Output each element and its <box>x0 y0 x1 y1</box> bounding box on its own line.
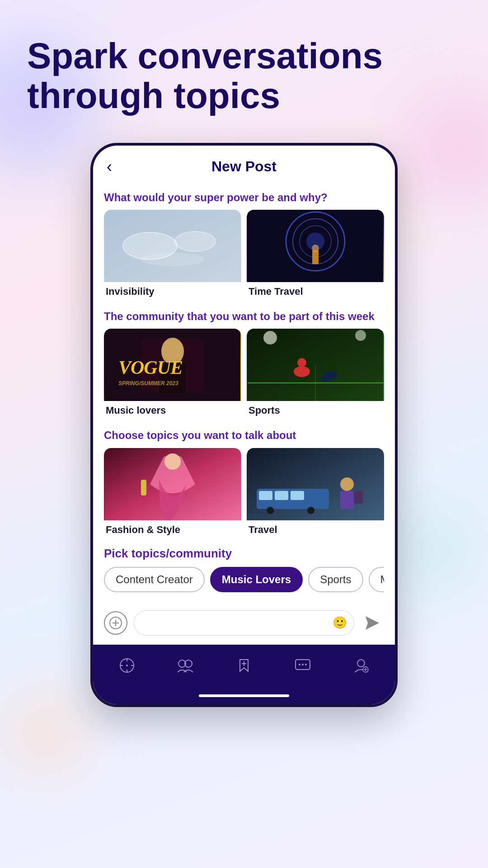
invisibility-svg <box>104 210 241 282</box>
plus-icon <box>109 617 122 629</box>
card-travel[interactable]: Travel <box>247 448 384 539</box>
svg-rect-32 <box>291 491 304 500</box>
svg-point-53 <box>299 664 300 665</box>
community-icon <box>177 658 194 673</box>
nav-messages[interactable] <box>291 654 314 677</box>
svg-point-3 <box>141 253 204 266</box>
label-musiclovers: Music lovers <box>104 401 241 420</box>
message-input-wrapper: 🙂 <box>134 610 354 636</box>
explore-icon <box>119 658 135 673</box>
fashion-svg <box>104 448 241 520</box>
musiclovers-svg: VOGUE SPRING/SUMMER 2023 <box>104 329 241 401</box>
timetravel-svg <box>247 210 384 282</box>
nav-explore[interactable] <box>115 654 139 677</box>
section-title-community: The community that you want to be part o… <box>104 309 384 323</box>
input-row: 🙂 <box>104 603 384 645</box>
svg-point-10 <box>306 232 324 250</box>
svg-rect-30 <box>259 491 272 500</box>
svg-point-43 <box>126 665 128 666</box>
img-sports <box>247 329 384 401</box>
emoji-button[interactable]: 🙂 <box>333 616 347 630</box>
phone-header: ‹ New Post <box>93 146 395 182</box>
svg-point-54 <box>302 664 304 665</box>
travel-svg <box>247 448 384 520</box>
svg-point-35 <box>340 477 354 491</box>
svg-point-22 <box>294 366 310 377</box>
svg-rect-27 <box>141 480 146 495</box>
home-bar <box>199 694 289 697</box>
card-timetravel[interactable]: Time Travel <box>247 210 384 301</box>
nav-bookmark[interactable] <box>232 654 256 677</box>
send-icon <box>363 614 381 632</box>
card-musiclovers[interactable]: VOGUE SPRING/SUMMER 2023 Music lovers <box>104 329 241 420</box>
svg-text:SPRING/SUMMER 2023: SPRING/SUMMER 2023 <box>118 380 178 387</box>
svg-point-34 <box>307 507 314 514</box>
sports-svg <box>247 329 384 401</box>
svg-rect-31 <box>275 491 288 500</box>
svg-rect-37 <box>354 491 363 504</box>
section-title-topics: Choose topics you want to talk about <box>104 428 384 442</box>
label-fashion: Fashion & Style <box>104 520 241 539</box>
profile-icon <box>353 658 369 673</box>
chip-sports[interactable]: Sports <box>308 567 363 592</box>
img-musiclovers: VOGUE SPRING/SUMMER 2023 <box>104 329 241 401</box>
chip-music-lovers[interactable]: Music Lovers <box>210 567 303 592</box>
chip-movies[interactable]: Mov... <box>369 567 384 592</box>
phone-container: ‹ New Post What would your super power b… <box>90 143 398 707</box>
hero-section: Spark conversations through topics <box>0 0 488 134</box>
add-media-button[interactable] <box>104 611 127 635</box>
card-fashion[interactable]: Fashion & Style <box>104 448 241 539</box>
svg-marker-41 <box>366 616 379 630</box>
messages-icon <box>295 658 311 673</box>
chip-content-creator[interactable]: Content Creator <box>104 567 205 592</box>
send-button[interactable] <box>361 611 384 635</box>
hero-title: Spark conversations through topics <box>27 36 461 116</box>
chips-row: Content Creator Music Lovers Sports Mov.… <box>104 567 384 596</box>
svg-point-26 <box>164 453 181 470</box>
svg-text:VOGUE: VOGUE <box>118 357 183 378</box>
svg-rect-8 <box>312 250 319 264</box>
label-sports: Sports <box>247 401 384 420</box>
img-timetravel <box>247 210 384 282</box>
message-input[interactable] <box>134 610 354 636</box>
page-title: New Post <box>211 158 277 175</box>
svg-point-2 <box>175 231 216 251</box>
back-button[interactable]: ‹ <box>107 157 112 176</box>
card-invisibility[interactable]: Invisibility <box>104 210 241 301</box>
nav-profile[interactable] <box>349 654 373 677</box>
section-title-superpower: What would your super power be and why? <box>104 190 384 204</box>
pick-topics-section: Pick topics/community Content Creator Mu… <box>104 547 384 596</box>
card-sports[interactable]: Sports <box>247 329 384 420</box>
svg-point-23 <box>297 358 306 367</box>
community-grid: VOGUE SPRING/SUMMER 2023 Music lovers <box>104 329 384 420</box>
phone-wrapper: ‹ New Post What would your super power b… <box>0 143 488 707</box>
img-fashion <box>104 448 241 520</box>
svg-point-56 <box>357 660 365 667</box>
label-timetravel: Time Travel <box>247 282 384 301</box>
svg-point-33 <box>267 507 274 514</box>
nav-community[interactable] <box>174 654 197 677</box>
svg-point-18 <box>263 331 277 344</box>
pick-topics-title: Pick topics/community <box>104 547 384 561</box>
home-indicator <box>93 690 395 704</box>
label-invisibility: Invisibility <box>104 282 241 301</box>
phone-content: What would your super power be and why? <box>93 182 395 645</box>
topics-grid: Fashion & Style <box>104 448 384 539</box>
bookmark-icon <box>236 658 252 673</box>
bottom-nav <box>93 645 395 690</box>
img-invisibility <box>104 210 241 282</box>
label-travel: Travel <box>247 520 384 539</box>
svg-point-19 <box>355 330 366 341</box>
svg-rect-36 <box>340 491 354 509</box>
superpower-grid: Invisibility <box>104 210 384 301</box>
img-travel <box>247 448 384 520</box>
svg-point-55 <box>305 664 307 665</box>
